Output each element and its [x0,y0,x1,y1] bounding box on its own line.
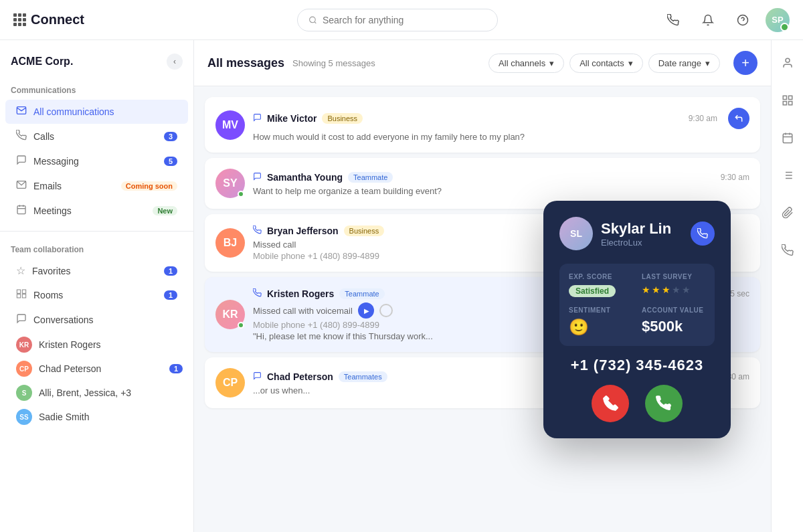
sidebar-item-rooms[interactable]: Rooms 1 [5,283,188,307]
company-header: ACME Corp. ‹ [0,54,193,80]
bell-icon[interactable] [696,8,720,32]
phone-header-button[interactable] [661,8,685,32]
date-range-label: Date range [658,58,701,68]
msg-info: Mike Victor Business 9:30 am How much wo… [253,108,749,142]
favorites-label: Favorites [32,266,71,276]
all-contacts-filter[interactable]: All contacts ▾ [569,54,642,73]
message-card-mike-victor[interactable]: MV Mike Victor Business 9:30 am [205,97,760,153]
conversation-kristen-rogers[interactable]: KR Kristen Rogers [5,333,193,357]
msg-tag: Business [322,113,363,124]
sidebar-item-emails[interactable]: Emails Coming soon [5,174,188,198]
header-actions: SP [661,8,790,32]
sidebar-item-conversations[interactable]: Conversations [5,308,188,332]
msg-sender-name: Samantha Young [267,172,343,183]
collapse-sidebar-button[interactable]: ‹ [167,54,183,70]
date-range-filter[interactable]: Date range ▾ [648,54,720,73]
svg-rect-10 [17,294,20,298]
svg-rect-8 [17,290,20,293]
msg-sender-name: Chad Peterson [267,371,333,382]
main-header: All messages Showing 5 messages All chan… [194,40,771,86]
chevron-down-icon: ▾ [549,58,554,68]
emails-badge: Coming soon [121,181,177,191]
meetings-badge: New [153,206,177,215]
svg-rect-17 [788,102,792,105]
right-list-icon[interactable] [776,163,800,187]
sidebar-item-favorites[interactable]: ☆ Favorites 1 [5,259,188,282]
app-title: Connect [31,12,84,27]
right-phone-icon[interactable] [776,238,800,262]
conversation-group[interactable]: S Alli, Brent, Jessica, +3 [5,381,193,405]
call-action-icon[interactable] [691,221,715,246]
right-grid-icon[interactable] [776,88,800,112]
online-indicator [238,322,244,329]
showing-label: Showing 5 messages [292,58,375,68]
conversation-name: Chad Peterson [39,363,101,374]
all-channels-label: All channels [499,58,545,68]
caller-info: SL Skylar Lin ElectroLux [559,217,715,250]
star-1: ★ [642,284,650,295]
msg-tag: Teammate [339,288,384,299]
favorites-badge: 1 [164,266,177,276]
exp-score-value: Satisfied [569,285,616,297]
right-calendar-icon[interactable] [776,126,800,150]
caller-company: ElectroLux [601,238,671,248]
msg-channel-icon [253,171,262,183]
conversation-name: Kristen Rogers [39,339,101,350]
right-person-icon[interactable] [776,51,800,75]
accept-call-button[interactable] [645,385,683,422]
msg-channel-icon [253,371,262,383]
search-icon [308,15,317,25]
sidebar-item-all-communications[interactable]: All communications [5,100,188,124]
svg-line-1 [315,21,316,23]
account-value-section: ACCOUNT VALUE $500k [642,306,705,337]
conversation-avatar: S [16,385,32,401]
messaging-label: Messaging [33,156,79,167]
conversation-sadie-smith[interactable]: SS Sadie Smith [5,405,193,429]
sidebar-item-messaging[interactable]: Messaging 5 [5,149,188,173]
chad-badge: 1 [169,364,183,373]
all-comms-label: All communications [33,106,114,117]
survey-stars: ★ ★ ★ ★ ★ [642,284,705,295]
user-avatar[interactable]: SP [766,8,790,32]
msg-tag: Teammates [339,371,387,382]
emails-label: Emails [33,181,62,191]
meetings-label: Meetings [33,205,72,216]
sidebar-item-meetings[interactable]: Meetings New [5,199,188,223]
decline-call-button[interactable] [592,385,629,422]
caller-avatar: SL [559,217,593,250]
play-voicemail-button[interactable]: ▶ [358,302,374,319]
conversation-chad-peterson[interactable]: CP Chad Peterson 1 [5,357,193,381]
online-indicator [238,191,244,197]
help-icon[interactable] [731,8,755,32]
msg-sender-name: Kristen Rogers [267,288,334,299]
sentiment-section: SENTIMENT 🙂 [569,306,632,337]
conversation-avatar: CP [16,361,32,377]
msg-avatar: MV [215,110,245,140]
search-input[interactable] [323,15,486,25]
communications-section-title: Communications [0,80,193,99]
svg-rect-14 [783,96,786,99]
sentiment-label: SENTIMENT [569,306,632,314]
star-5: ★ [682,284,691,295]
msg-tag: Teammate [348,172,393,183]
sidebar-item-calls[interactable]: Calls 3 [5,124,188,149]
filter-buttons: All channels ▾ All contacts ▾ Date range… [488,54,720,73]
rooms-label: Rooms [33,290,63,300]
svg-point-13 [786,58,790,62]
svg-rect-16 [783,102,786,105]
msg-preview: Want to help me organize a team building… [253,186,749,196]
reply-button[interactable] [728,108,749,129]
team-section-title: Team collaboration [0,240,193,258]
chevron-down-icon: ▾ [705,58,710,68]
search-box[interactable] [297,9,498,31]
all-channels-filter[interactable]: All channels ▾ [488,54,564,73]
msg-channel-icon [253,288,262,300]
right-clip-icon[interactable] [776,201,800,225]
msg-time: 9:30 am [721,173,749,182]
app-header: Connect SP [0,0,803,40]
msg-avatar: CP [215,368,245,397]
avatar-wrapper: KR [215,300,245,329]
last-survey-section: LAST SURVEY ★ ★ ★ ★ ★ [642,273,705,297]
exp-score-label: EXP. SCORE [569,273,632,280]
add-button[interactable]: + [733,51,757,75]
